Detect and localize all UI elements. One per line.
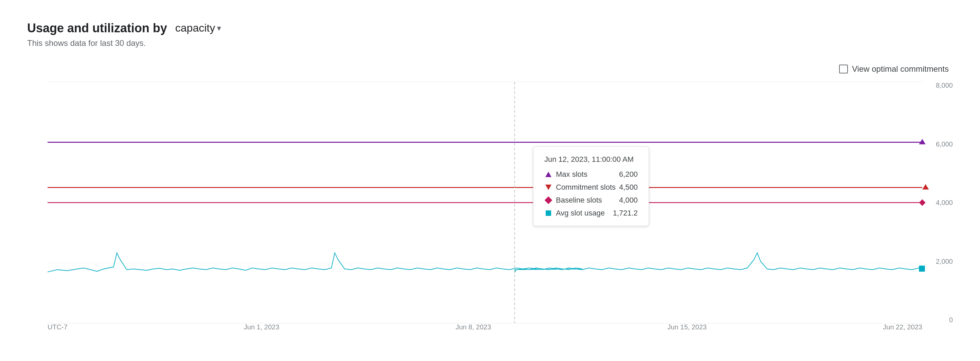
tooltip-row-baseline-slots: Baseline slots 4,000 bbox=[544, 196, 638, 204]
y-label-4000: 4,000 bbox=[936, 199, 953, 206]
y-label-2000: 2,000 bbox=[936, 258, 953, 265]
tooltip-label-baseline-slots: Baseline slots bbox=[556, 196, 616, 204]
tooltip-value-max-slots: 6,200 bbox=[619, 170, 638, 179]
dropdown-label: capacity bbox=[175, 22, 215, 34]
tooltip-label-commitment-slots: Commitment slots bbox=[556, 183, 616, 192]
x-label-utc7: UTC-7 bbox=[48, 323, 68, 331]
chart-plot: Jun 12, 2023, 11:00:00 AM Max slots 6,20… bbox=[48, 82, 922, 323]
x-label-jun8: Jun 8, 2023 bbox=[456, 323, 492, 331]
view-optimal-label: View optimal commitments bbox=[852, 64, 949, 74]
tooltip-value-baseline-slots: 4,000 bbox=[619, 196, 638, 204]
y-label-0: 0 bbox=[949, 316, 953, 323]
chart-header: Usage and utilization by capacity ▾ bbox=[27, 21, 953, 36]
page-title: Usage and utilization by bbox=[27, 21, 167, 35]
y-label-6000: 6,000 bbox=[936, 141, 953, 147]
chart-tooltip: Jun 12, 2023, 11:00:00 AM Max slots 6,20… bbox=[533, 147, 649, 226]
tooltip-label-avg-usage: Avg slot usage bbox=[556, 209, 609, 217]
svg-rect-10 bbox=[919, 199, 925, 206]
avg-usage-icon bbox=[544, 209, 552, 217]
commitment-slots-icon bbox=[544, 183, 552, 192]
y-label-8000: 8,000 bbox=[936, 82, 953, 89]
chart-subtitle: This shows data for last 30 days. bbox=[27, 38, 953, 48]
view-optimal-commitments-button[interactable]: View optimal commitments bbox=[835, 62, 953, 77]
baseline-slots-icon bbox=[544, 196, 552, 204]
chart-wrapper: Jun 12, 2023, 11:00:00 AM Max slots 6,20… bbox=[27, 82, 953, 340]
svg-marker-6 bbox=[919, 139, 925, 144]
tooltip-value-avg-usage: 1,721.2 bbox=[613, 209, 638, 217]
chevron-down-icon: ▾ bbox=[217, 24, 221, 33]
capacity-dropdown[interactable]: capacity ▾ bbox=[172, 21, 224, 36]
tooltip-row-commitment-slots: Commitment slots 4,500 bbox=[544, 183, 638, 192]
svg-rect-11 bbox=[919, 265, 925, 272]
tooltip-value-commitment-slots: 4,500 bbox=[619, 183, 638, 192]
y-axis: 8,000 6,000 4,000 2,000 0 bbox=[926, 82, 953, 323]
chart-svg bbox=[48, 82, 922, 323]
x-label-jun15: Jun 15, 2023 bbox=[667, 323, 706, 331]
tooltip-title: Jun 12, 2023, 11:00:00 AM bbox=[544, 155, 638, 164]
x-label-jun1: Jun 1, 2023 bbox=[244, 323, 280, 331]
page-container: Usage and utilization by capacity ▾ This… bbox=[0, 0, 980, 361]
view-optimal-checkbox bbox=[839, 65, 848, 73]
max-slots-icon bbox=[544, 170, 552, 179]
chart-area: View optimal commitments bbox=[27, 62, 953, 340]
x-label-jun22: Jun 22, 2023 bbox=[883, 323, 922, 331]
tooltip-label-max-slots: Max slots bbox=[556, 170, 616, 179]
tooltip-row-max-slots: Max slots 6,200 bbox=[544, 170, 638, 179]
x-axis: UTC-7 Jun 1, 2023 Jun 8, 2023 Jun 15, 20… bbox=[48, 323, 922, 340]
tooltip-row-avg-usage: Avg slot usage 1,721.2 bbox=[544, 209, 638, 217]
